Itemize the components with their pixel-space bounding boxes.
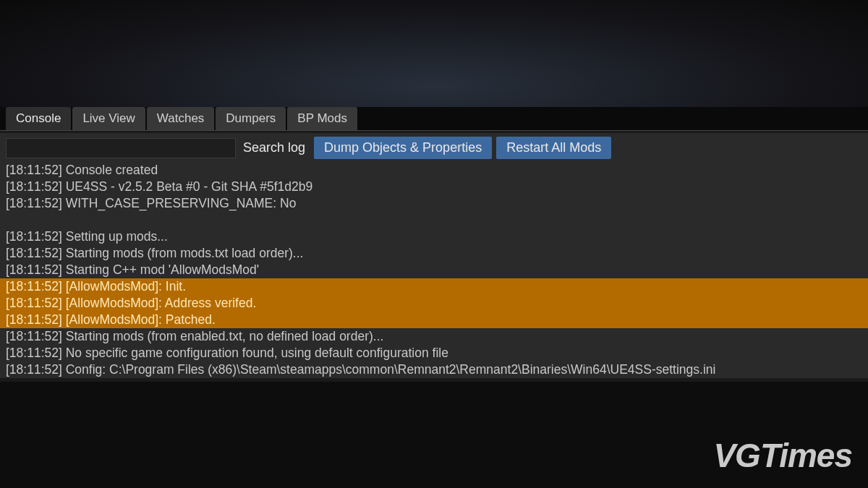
log-message: No specific game configuration found, us… [66,346,448,360]
log-message: UE4SS - v2.5.2 Beta #0 - Git SHA #5f1d2b… [66,179,312,194]
log-timestamp: [18:11:52] [6,279,66,294]
log-timestamp: [18:11:52] [6,312,66,327]
log-timestamp: [18:11:52] [6,262,66,277]
log-line [0,212,868,228]
log-timestamp: [18:11:52] [6,329,66,343]
log-line: [18:11:52] [AllowModsMod]: Address verif… [0,295,868,312]
log-timestamp: [18:11:52] [6,179,66,194]
log-line: [18:11:52] Starting mods (from mods.txt … [0,245,868,262]
log-line: [18:11:52] Console created [0,162,868,179]
log-line: [18:11:52] No specific game configuratio… [0,345,868,361]
game-backdrop [0,0,868,107]
log-timestamp: [18:11:52] [6,346,66,360]
log-line: [18:11:52] Starting C++ mod 'AllowModsMo… [0,262,868,278]
log-line: [18:11:52] [AllowModsMod]: Init. [0,278,868,295]
log-timestamp: [18:11:52] [6,246,66,260]
tab-console[interactable]: Console [6,107,71,130]
log-message: WITH_CASE_PRESERVING_NAME: No [66,196,297,210]
log-message: Starting mods (from enabled.txt, no defi… [66,329,384,343]
tab-watches[interactable]: Watches [147,107,215,130]
search-input[interactable] [6,138,236,158]
log-line: [18:11:52] Setting up mods... [0,228,868,245]
log-message: [AllowModsMod]: Address verifed. [66,296,257,310]
console-log[interactable]: [18:11:52] Console created[18:11:52] UE4… [0,162,868,378]
log-line: [18:11:52] Config: C:\Program Files (x86… [0,361,868,378]
log-timestamp: [18:11:52] [6,196,66,210]
log-timestamp: [18:11:52] [6,229,66,244]
dump-objects-button[interactable]: Dump Objects & Properties [314,137,492,159]
log-message: Setting up mods... [66,229,168,244]
log-message: Config: C:\Program Files (x86)\Steam\ste… [66,362,716,377]
log-line: [18:11:52] UE4SS - v2.5.2 Beta #0 - Git … [0,179,868,195]
log-timestamp: [18:11:52] [6,362,66,377]
log-message: Starting mods (from mods.txt load order)… [66,246,304,260]
log-message: [AllowModsMod]: Patched. [66,312,216,327]
tab-live-view[interactable]: Live View [72,107,145,130]
search-label: Search log [243,140,305,155]
console-toolbar: Search log Dump Objects & Properties Res… [0,133,868,163]
tab-bp-mods[interactable]: BP Mods [287,107,357,130]
log-message: Starting C++ mod 'AllowModsMod' [66,262,259,277]
log-message: Console created [66,163,158,177]
watermark-logo: VGTimes [713,436,852,475]
log-line: [18:11:52] WITH_CASE_PRESERVING_NAME: No [0,195,868,212]
tab-bar: Console Live View Watches Dumpers BP Mod… [0,107,868,131]
restart-mods-button[interactable]: Restart All Mods [496,137,611,159]
log-line: [18:11:52] Starting mods (from enabled.t… [0,328,868,345]
log-timestamp: [18:11:52] [6,296,66,310]
log-line: [18:11:52] [AllowModsMod]: Patched. [0,312,868,328]
tab-dumpers[interactable]: Dumpers [216,107,286,130]
log-timestamp: [18:11:52] [6,163,66,177]
log-message: [AllowModsMod]: Init. [66,279,186,294]
